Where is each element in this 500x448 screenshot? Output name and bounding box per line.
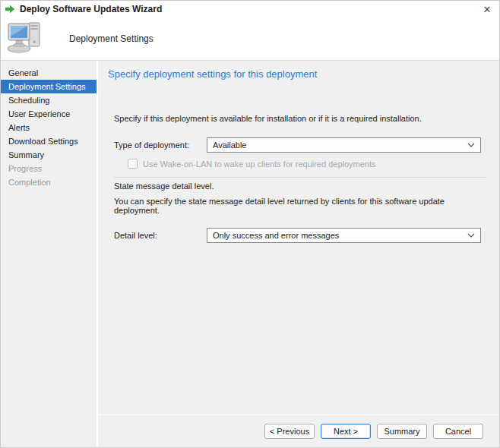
- step-content: Specify deployment settings for this dep…: [98, 61, 499, 447]
- section-divider: [114, 177, 486, 178]
- wake-on-lan-row: Use Wake-on-LAN to wake up clients for r…: [128, 159, 481, 169]
- cancel-button[interactable]: Cancel: [433, 424, 483, 439]
- sidebar-item-alerts[interactable]: Alerts: [1, 121, 97, 134]
- computer-icon: [7, 21, 42, 56]
- deployment-type-select[interactable]: Available: [207, 137, 481, 153]
- forward-arrow-icon: [5, 5, 15, 14]
- wake-on-lan-label: Use Wake-on-LAN to wake up clients for r…: [143, 159, 376, 169]
- steps-sidebar: General Deployment Settings Scheduling U…: [1, 61, 98, 447]
- state-message-description: You can specify the state message detail…: [114, 197, 481, 215]
- sidebar-item-summary[interactable]: Summary: [1, 148, 97, 162]
- detail-level-label: Detail level:: [114, 231, 207, 240]
- sidebar-item-deployment-settings[interactable]: Deployment Settings: [1, 80, 97, 93]
- wizard-header: Deployment Settings: [1, 17, 499, 61]
- sidebar-item-progress: Progress: [1, 162, 97, 175]
- summary-button[interactable]: Summary: [377, 424, 427, 439]
- deployment-type-row: Type of deployment: Available: [114, 137, 481, 153]
- sidebar-item-general[interactable]: General: [1, 66, 97, 80]
- deployment-type-value: Available: [213, 140, 467, 150]
- sidebar-item-download-settings[interactable]: Download Settings: [1, 134, 97, 148]
- wake-on-lan-checkbox[interactable]: [128, 159, 138, 169]
- window-title: Deploy Software Updates Wizard: [20, 4, 162, 14]
- close-icon[interactable]: ✕: [480, 2, 494, 16]
- sidebar-item-user-experience[interactable]: User Experience: [1, 107, 97, 121]
- next-button[interactable]: Next >: [321, 424, 371, 439]
- detail-level-select[interactable]: Only success and error messages: [207, 228, 481, 243]
- detail-level-value: Only success and error messages: [213, 231, 467, 240]
- state-message-title: State message detail level.: [114, 181, 481, 191]
- footer-button-bar: < Previous Next > Summary Cancel: [98, 415, 499, 447]
- title-bar: Deploy Software Updates Wizard ✕: [1, 1, 499, 17]
- wizard-window: Deploy Software Updates Wizard ✕ Deploym…: [0, 0, 500, 448]
- intro-text: Specify if this deployment is available …: [114, 114, 481, 123]
- deployment-type-label: Type of deployment:: [114, 140, 207, 150]
- detail-level-row: Detail level: Only success and error mes…: [114, 228, 481, 243]
- chevron-down-icon: [467, 233, 475, 238]
- step-heading: Specify deployment settings for this dep…: [108, 68, 481, 80]
- previous-button[interactable]: < Previous: [264, 424, 315, 439]
- sidebar-item-scheduling[interactable]: Scheduling: [1, 93, 97, 107]
- chevron-down-icon: [467, 143, 475, 147]
- sidebar-item-completion: Completion: [1, 175, 97, 189]
- page-title: Deployment Settings: [69, 33, 153, 44]
- wizard-body: General Deployment Settings Scheduling U…: [1, 61, 499, 447]
